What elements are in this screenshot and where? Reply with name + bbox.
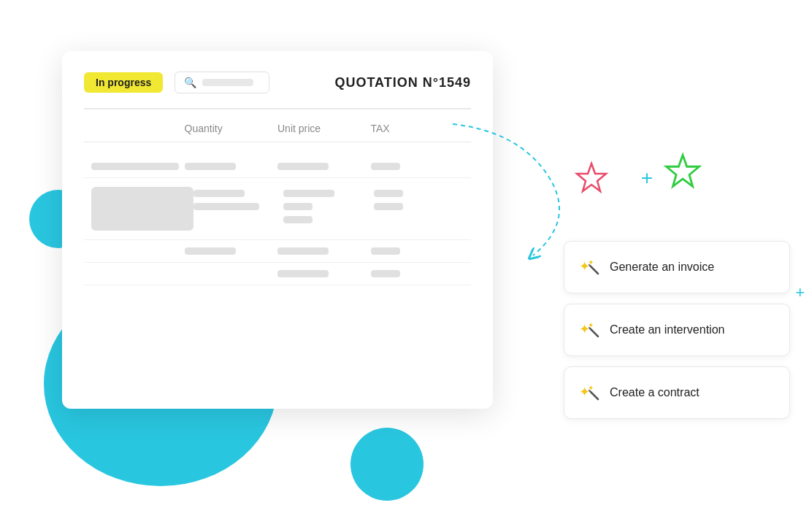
search-icon: 🔍 [184,77,196,88]
plus-cyan-icon: + [641,166,653,190]
table-header: Quantity Unit price TAX [84,123,471,134]
action-buttons-container: ✦ ✦ Generate an invoice ✦ ✦ Create an in… [564,241,790,419]
generate-invoice-button[interactable]: ✦ ✦ Generate an invoice [564,241,790,293]
generate-invoice-label: Generate an invoice [610,261,714,274]
col-header-tax: TAX [371,123,464,134]
col-header-quantity: Quantity [185,123,278,134]
star-green-icon [663,152,702,191]
table-row [84,155,471,178]
svg-marker-0 [577,163,606,191]
svg-marker-1 [667,155,700,187]
search-box[interactable]: 🔍 [175,72,269,93]
scene: In progress 🔍 QUOTATION N°1549 Quantity … [0,0,812,508]
create-contract-button[interactable]: ✦ ✦ Create a contract [564,366,790,419]
create-intervention-button[interactable]: ✦ ✦ Create an intervention [564,304,790,356]
table-row [84,240,471,263]
plus-cyan-right-icon: + [795,283,805,302]
magic-wand-icon-1: ✦ ✦ [579,255,600,280]
quotation-title: QUOTATION N°1549 [334,75,471,91]
col-header-empty [91,123,185,134]
create-intervention-label: Create an intervention [610,323,724,336]
divider-header [84,142,471,143]
magic-wand-icon-3: ✦ ✦ [579,380,600,405]
table-row [84,263,471,285]
star-red-icon [574,161,609,196]
quotation-card: In progress 🔍 QUOTATION N°1549 Quantity … [62,51,493,409]
blob-small-bottom [351,428,424,501]
card-header: In progress 🔍 QUOTATION N°1549 [84,72,471,93]
magic-wand-icon-2: ✦ ✦ [579,318,600,342]
search-placeholder-bar [202,79,253,86]
table-rows [84,155,471,285]
divider-top [84,108,471,109]
col-header-unit-price: Unit price [277,123,371,134]
table-row [84,178,471,240]
status-badge: In progress [84,72,163,93]
create-contract-label: Create a contract [610,386,700,399]
